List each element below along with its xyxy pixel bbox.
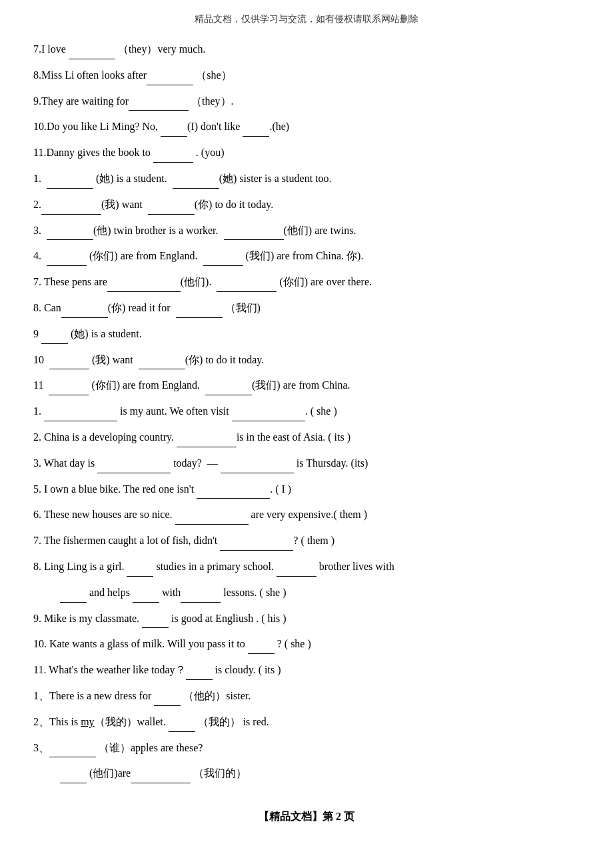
blank-2b: [177, 435, 237, 447]
blank-2a-1: [41, 203, 101, 215]
blank-3b-2: [221, 461, 294, 473]
blank-11a-2: [205, 383, 252, 395]
line-3c-2: (他们)are （我们的）: [60, 764, 580, 783]
line-q10: 10.Do you like Li Ming? No, (I) don't li…: [33, 117, 580, 137]
blank-8a-1: [61, 306, 108, 318]
line-3c: 3、 （谁）apples are these?: [33, 739, 580, 758]
line-8a: 8. Can(你) read it for （我们): [33, 299, 580, 318]
line-7b: 7. The fishermen caught a lot of fish, d…: [33, 531, 580, 551]
line-q8: 8.Miss Li often looks after （she）: [33, 66, 580, 85]
line-9b: 9. Mike is my classmate. is good at Engl…: [33, 609, 580, 629]
blank-3c-3: [131, 771, 191, 783]
underline-my: my: [81, 716, 94, 727]
line-q7: 7.I love （they）very much.: [33, 40, 580, 59]
line-3a: 3. (他) twin brother is a worker. (他们) ar…: [33, 221, 580, 241]
line-q11: 11.Danny gives the book to . (you): [33, 143, 580, 163]
blank-10a-1: [49, 357, 89, 369]
blank-q9: [129, 99, 189, 111]
blank-3a-2: [224, 228, 284, 240]
line-8b-2: and helps with lessons. ( she ): [60, 583, 580, 603]
line-5b: 5. I own a blue bike. The red one isn't …: [33, 480, 580, 499]
footer-text: 【精品文档】第 2 页: [259, 811, 354, 822]
blank-7b: [220, 539, 293, 551]
blank-2a-2: [148, 203, 195, 215]
blank-4a-1: [47, 254, 87, 266]
blank-1a-2: [173, 177, 219, 189]
blank-q10b: [243, 125, 269, 137]
blank-q7: [69, 47, 115, 59]
line-2a: 2.(我) want (你) to do it today.: [33, 195, 580, 215]
blank-10b: [248, 642, 275, 654]
blank-10a-2: [139, 357, 185, 369]
blank-3c-1: [49, 745, 96, 757]
line-11a: 11 (你们) are from England. (我们) are from …: [33, 376, 580, 395]
blank-8b-3: [60, 591, 87, 603]
blank-1b-2: [232, 409, 305, 421]
blank-2c: [169, 720, 195, 732]
footer: 【精品文档】第 2 页: [33, 810, 580, 824]
blank-1a-1: [47, 177, 93, 189]
blank-q8: [147, 73, 193, 85]
blank-7a-1: [107, 280, 181, 292]
header-text: 精品文档，仅供学习与交流，如有侵权请联系网站删除: [195, 14, 418, 24]
blank-8b-2: [277, 565, 316, 577]
line-1a: 1. (她) is a student. (她) sister is a stu…: [33, 169, 580, 189]
blank-9b: [142, 616, 169, 628]
line-7a: 7. These pens are(他们). (你们) are over the…: [33, 273, 580, 292]
blank-3a-1: [47, 228, 93, 240]
line-2c: 2、This is my（我的）wallet. （我的） is red.: [33, 713, 580, 732]
line-8b: 8. Ling Ling is a girl. studies in a pri…: [33, 557, 580, 577]
blank-8a-2: [176, 306, 223, 318]
blank-8b-5: [181, 591, 221, 603]
blank-8b-4: [133, 591, 159, 603]
blank-q11: [153, 151, 193, 163]
blank-1c: [154, 694, 181, 706]
blank-4a-2: [203, 254, 243, 266]
blank-3b-1: [97, 461, 171, 473]
line-11b: 11. What's the weather like today？ is cl…: [33, 661, 580, 680]
line-6b: 6. These new houses are so nice. are ver…: [33, 505, 580, 525]
blank-9a: [41, 332, 68, 344]
blank-q10a: [161, 125, 187, 137]
blank-7a-2: [217, 280, 277, 292]
line-1b: 1. is my aunt. We often visit . ( she ): [33, 402, 580, 421]
line-1c: 1、There is a new dress for （他的）sister.: [33, 687, 580, 706]
line-2b: 2. China is a developing country. is in …: [33, 428, 580, 447]
line-3b: 3. What day is today? — is Thursday. (it…: [33, 454, 580, 473]
blank-6b: [175, 513, 249, 525]
blank-11b: [186, 668, 213, 680]
line-4a: 4. (你们) are from England. (我们) are from …: [33, 247, 580, 266]
header: 精品文档，仅供学习与交流，如有侵权请联系网站删除: [33, 13, 580, 28]
blank-11a-1: [49, 383, 89, 395]
blank-1b-1: [44, 409, 117, 421]
line-q9: 9.They are waiting for （they）.: [33, 92, 580, 111]
blank-5b: [197, 487, 270, 499]
line-10a: 10 (我) want (你) to do it today.: [33, 351, 580, 370]
line-9a: 9 (她) is a student.: [33, 325, 580, 344]
blank-3c-2: [60, 771, 87, 783]
line-10b: 10. Kate wants a glass of milk. Will you…: [33, 635, 580, 654]
blank-8b-1: [127, 565, 153, 577]
